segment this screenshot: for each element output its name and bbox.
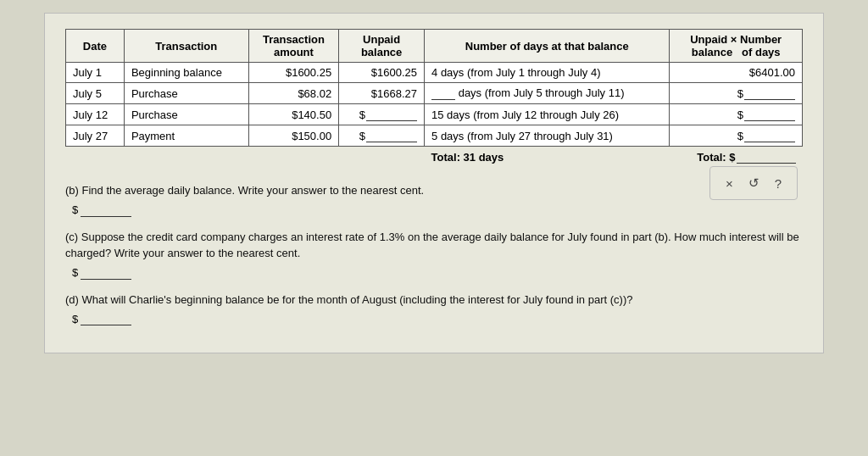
dollar-sign-bal-3: $ (359, 108, 365, 121)
part-d-input[interactable] (81, 312, 131, 325)
float-buttons-panel: × ↺ ? (709, 166, 798, 200)
part-c-section: (c) Suppose the credit card company char… (65, 229, 803, 280)
total-row: Total: 31 days Total: $ (66, 147, 803, 168)
close-button[interactable]: × (722, 174, 737, 192)
part-c-label: (c) Suppose the credit card company char… (65, 229, 803, 262)
cell-amount-1: $1600.25 (248, 63, 339, 83)
cell-date-4: July 27 (66, 125, 125, 147)
dollar-sign-b: $ (72, 203, 78, 216)
cell-amount-4: $150.00 (248, 125, 339, 147)
total-empty2 (248, 147, 424, 168)
cell-transaction-2: Purchase (124, 83, 248, 104)
part-b-section: (b) Find the average daily balance. Writ… (65, 182, 803, 217)
total-days-label: Total: 31 days (425, 147, 670, 168)
result-input-4[interactable] (744, 129, 795, 142)
cell-date-2: July 5 (66, 83, 125, 104)
cell-days-4: 5 days (from July 27 through July 31) (425, 125, 670, 147)
cell-days-1: 4 days (from July 1 through July 4) (425, 63, 670, 83)
dollar-sign-c: $ (72, 266, 78, 279)
cell-balance-1: $1600.25 (339, 63, 425, 83)
cell-balance-4: $ (339, 125, 425, 147)
dollar-sign-d: $ (72, 313, 78, 325)
total-result: Total: $ (670, 147, 803, 168)
header-number-of-days: Number of days at that balance (425, 30, 670, 63)
cell-amount-3: $140.50 (248, 104, 339, 125)
dollar-sign-2: $ (737, 87, 743, 100)
balance-input-4[interactable] (366, 129, 417, 142)
refresh-button[interactable]: ↺ (745, 174, 763, 192)
balance-table: Date Transaction Transactionamount Unpai… (65, 29, 803, 167)
total-empty (66, 147, 249, 168)
part-c-input[interactable] (81, 266, 131, 280)
part-d-section: (d) What will Charlie's beginning balanc… (65, 292, 803, 326)
cell-transaction-4: Payment (124, 125, 248, 147)
table-row: July 12 Purchase $140.50 $ 15 days (from… (66, 104, 803, 125)
dollar-sign-bal-4: $ (359, 130, 365, 142)
cell-result-3: $ (670, 104, 803, 125)
cell-days-3: 15 days (from July 12 through July 26) (425, 104, 670, 125)
dollar-sign-total: $ (729, 151, 735, 164)
dollar-sign-3: $ (737, 108, 743, 121)
header-transaction-amount: Transactionamount (248, 30, 339, 63)
result-input-2[interactable] (744, 86, 795, 100)
cell-balance-2: $1668.27 (339, 83, 425, 104)
table-row: July 27 Payment $150.00 $ 5 days (from J… (66, 125, 803, 147)
table-row: July 5 Purchase $68.02 $1668.27 days (fr… (66, 83, 803, 104)
help-button[interactable]: ? (771, 174, 785, 192)
cell-transaction-3: Purchase (124, 104, 248, 125)
header-unpaid-x-days: Unpaid × Numberbalance of days (670, 30, 803, 63)
cell-days-2: days (from July 5 through July 11) (425, 83, 670, 104)
header-unpaid-balance: Unpaidbalance (339, 30, 425, 63)
part-d-label: (d) What will Charlie's beginning balanc… (65, 292, 803, 309)
total-input[interactable] (737, 150, 796, 164)
header-date: Date (66, 30, 125, 63)
cell-balance-3: $ (339, 104, 425, 125)
part-b-input[interactable] (81, 203, 131, 217)
part-b-label: (b) Find the average daily balance. Writ… (65, 182, 803, 199)
part-d-input-row: $ (72, 312, 803, 325)
cell-date-3: July 12 (66, 104, 125, 125)
days-input-2[interactable] (431, 86, 455, 100)
cell-date-1: July 1 (66, 63, 125, 83)
part-c-input-row: $ (72, 266, 803, 280)
cell-amount-2: $68.02 (248, 83, 339, 104)
cell-result-4: $ (670, 125, 803, 147)
cell-result-2: $ (670, 83, 803, 104)
dollar-sign-4: $ (737, 130, 743, 142)
page-container: Date Transaction Transactionamount Unpai… (44, 13, 824, 353)
table-row: July 1 Beginning balance $1600.25 $1600.… (66, 63, 803, 83)
header-transaction: Transaction (124, 30, 248, 63)
cell-transaction-1: Beginning balance (124, 63, 248, 83)
balance-input-3[interactable] (366, 108, 417, 121)
part-b-input-row: $ (72, 203, 803, 217)
cell-result-1: $6401.00 (670, 63, 803, 83)
result-input-3[interactable] (744, 108, 795, 121)
